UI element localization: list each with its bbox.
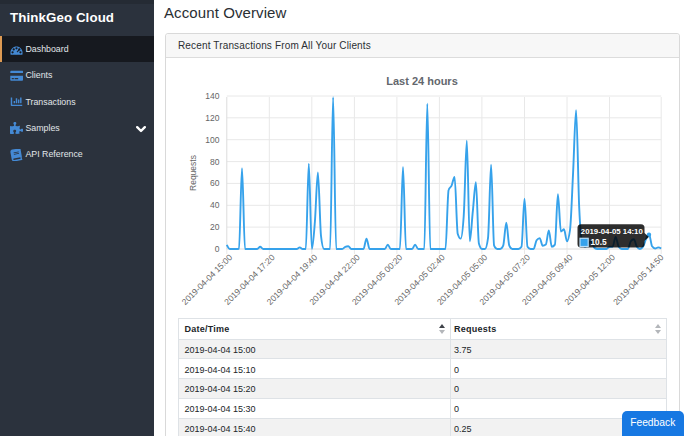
svg-text:120: 120 bbox=[205, 113, 219, 123]
svg-text:Requests: Requests bbox=[188, 155, 198, 191]
svg-text:10.5: 10.5 bbox=[591, 237, 608, 247]
svg-text:2019-04-05 14:10: 2019-04-05 14:10 bbox=[581, 227, 644, 236]
svg-text:2019-04-05 14:50: 2019-04-05 14:50 bbox=[611, 252, 666, 307]
svg-text:140: 140 bbox=[205, 91, 219, 101]
svg-text:0: 0 bbox=[215, 244, 220, 254]
svg-text:Last 24 hours: Last 24 hours bbox=[386, 75, 458, 87]
svg-text:20: 20 bbox=[210, 222, 220, 232]
svg-text:80: 80 bbox=[210, 157, 220, 167]
svg-text:40: 40 bbox=[210, 200, 220, 210]
svg-text:60: 60 bbox=[210, 178, 220, 188]
svg-text:100: 100 bbox=[205, 135, 219, 145]
